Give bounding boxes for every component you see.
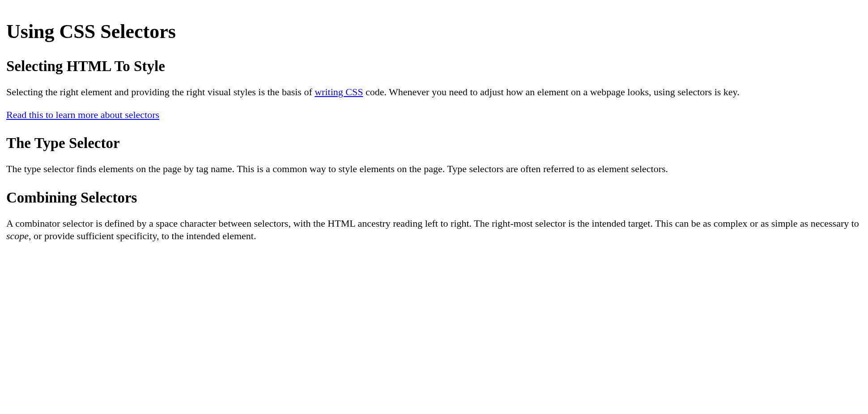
intro-text-before: Selecting the right element and providin… bbox=[6, 86, 315, 97]
section-heading-combining: Combining Selectors bbox=[6, 188, 862, 207]
learn-more-link[interactable]: Read this to learn more about selectors bbox=[6, 109, 159, 120]
combining-text-before: A combinator selector is defined by a sp… bbox=[6, 218, 859, 229]
type-paragraph: The type selector finds elements on the … bbox=[6, 163, 862, 176]
combining-paragraph: A combinator selector is defined by a sp… bbox=[6, 217, 862, 243]
intro-text-after: code. Whenever you need to adjust how an… bbox=[363, 86, 739, 97]
section-heading-type: The Type Selector bbox=[6, 134, 862, 153]
intro-paragraph: Selecting the right element and providin… bbox=[6, 86, 862, 99]
combining-text-after: , or provide sufficient specificity, to … bbox=[29, 230, 256, 241]
writing-css-link[interactable]: writing CSS bbox=[315, 86, 363, 97]
section-heading-intro: Selecting HTML To Style bbox=[6, 57, 862, 76]
page-title: Using CSS Selectors bbox=[6, 19, 862, 44]
scope-emphasis: scope bbox=[6, 230, 29, 241]
learn-more-paragraph: Read this to learn more about selectors bbox=[6, 109, 862, 122]
